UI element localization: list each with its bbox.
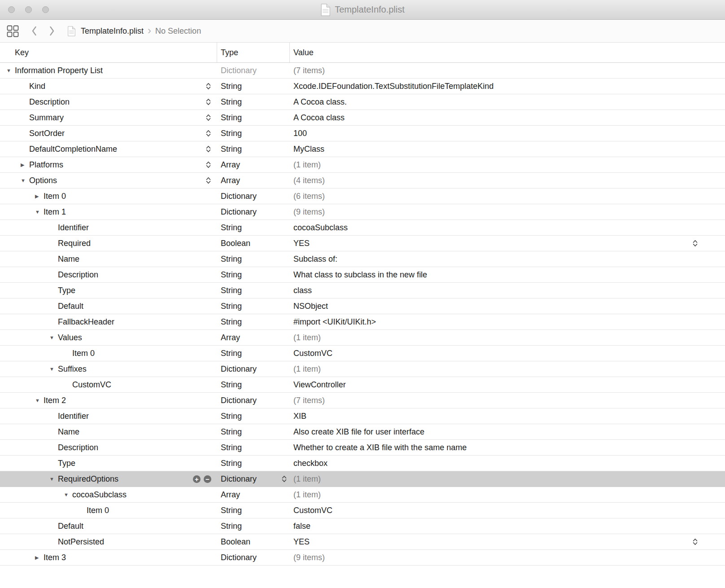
value-cell[interactable]: NSObject bbox=[290, 298, 725, 314]
key-cell[interactable]: ▼ RequiredOptions +− bbox=[0, 471, 217, 487]
plist-row[interactable]: Item 0 String CustomVC bbox=[0, 503, 725, 518]
value-cell[interactable]: (1 item) bbox=[290, 157, 725, 172]
value-cell[interactable]: (7 items) bbox=[290, 393, 725, 408]
type-cell[interactable]: String bbox=[217, 110, 290, 125]
key-cell[interactable]: ▼ cocoaSubclass bbox=[0, 487, 217, 502]
type-cell[interactable]: String bbox=[217, 251, 290, 267]
breadcrumb-selection[interactable]: No Selection bbox=[155, 26, 201, 36]
value-cell[interactable]: YES bbox=[290, 236, 725, 251]
value-cell[interactable]: What class to subclass in the new file bbox=[290, 267, 725, 282]
key-cell[interactable]: Default bbox=[0, 518, 217, 534]
type-cell[interactable]: Array bbox=[217, 487, 290, 502]
type-cell[interactable]: Array bbox=[217, 173, 290, 188]
plist-row[interactable]: Item 0 String CustomVC bbox=[0, 346, 725, 361]
back-icon[interactable] bbox=[31, 26, 37, 36]
key-cell[interactable]: DefaultCompletionName bbox=[0, 141, 217, 157]
plist-row[interactable]: FallbackHeader String #import <UIKit/UIK… bbox=[0, 314, 725, 330]
disclosure-triangle-icon[interactable]: ▶ bbox=[35, 555, 44, 561]
key-cell[interactable]: Name bbox=[0, 424, 217, 439]
plist-row[interactable]: ▼ Suffixes Dictionary (1 item) bbox=[0, 361, 725, 377]
key-cell[interactable]: FallbackHeader bbox=[0, 314, 217, 329]
key-stepper[interactable] bbox=[205, 129, 211, 138]
plist-row[interactable]: ▶ Platforms Array (1 item) bbox=[0, 157, 725, 173]
plist-row[interactable]: SortOrder String 100 bbox=[0, 126, 725, 141]
zoom-button[interactable] bbox=[42, 6, 49, 13]
value-stepper[interactable] bbox=[692, 239, 698, 248]
type-cell[interactable]: String bbox=[217, 79, 290, 94]
type-cell[interactable]: String bbox=[217, 267, 290, 282]
disclosure-triangle-icon[interactable]: ▼ bbox=[49, 476, 58, 482]
type-cell[interactable]: Dictionary bbox=[217, 189, 290, 204]
type-cell[interactable]: Array bbox=[217, 330, 290, 345]
type-cell[interactable]: String bbox=[217, 314, 290, 329]
key-stepper[interactable] bbox=[205, 176, 211, 185]
type-cell[interactable]: String bbox=[217, 298, 290, 314]
disclosure-triangle-icon[interactable]: ▼ bbox=[49, 366, 58, 372]
value-cell[interactable]: (1 item) bbox=[290, 330, 725, 345]
type-cell[interactable]: String bbox=[217, 503, 290, 518]
minimize-button[interactable] bbox=[25, 6, 32, 13]
value-cell[interactable]: class bbox=[290, 283, 725, 298]
plist-row[interactable]: ▼ Information Property List Dictionary (… bbox=[0, 63, 725, 79]
key-stepper[interactable] bbox=[205, 145, 211, 154]
column-header-value[interactable]: Value bbox=[290, 48, 725, 57]
type-cell[interactable]: String bbox=[217, 94, 290, 110]
value-stepper[interactable] bbox=[692, 537, 698, 546]
key-cell[interactable]: Description bbox=[0, 267, 217, 282]
value-cell[interactable]: Subclass of: bbox=[290, 251, 725, 267]
disclosure-triangle-icon[interactable]: ▶ bbox=[21, 162, 29, 168]
plist-row[interactable]: ▶ Item 3 Dictionary (9 items) bbox=[0, 550, 725, 566]
close-button[interactable] bbox=[8, 6, 15, 13]
disclosure-triangle-icon[interactable]: ▼ bbox=[49, 335, 58, 340]
key-cell[interactable]: Type bbox=[0, 283, 217, 298]
key-cell[interactable]: Kind bbox=[0, 79, 217, 94]
plist-row[interactable]: DefaultCompletionName String MyClass bbox=[0, 141, 725, 157]
type-cell[interactable]: String bbox=[217, 220, 290, 235]
value-cell[interactable]: cocoaSubclass bbox=[290, 220, 725, 235]
plist-row[interactable]: ▼ Options Array (4 items) bbox=[0, 173, 725, 189]
value-cell[interactable]: ViewController bbox=[290, 377, 725, 392]
value-cell[interactable]: #import <UIKit/UIKit.h> bbox=[290, 314, 725, 329]
value-cell[interactable]: (4 items) bbox=[290, 173, 725, 188]
type-cell[interactable]: Dictionary bbox=[217, 63, 290, 78]
type-cell[interactable]: Dictionary bbox=[217, 204, 290, 219]
key-stepper[interactable] bbox=[205, 97, 211, 106]
value-cell[interactable]: (1 item) bbox=[290, 361, 725, 377]
type-cell[interactable]: String bbox=[217, 424, 290, 439]
value-cell[interactable]: (1 item) bbox=[290, 471, 725, 487]
plist-row[interactable]: Type String class bbox=[0, 283, 725, 298]
plist-row[interactable]: Name String Subclass of: bbox=[0, 251, 725, 267]
value-cell[interactable]: (6 items) bbox=[290, 189, 725, 204]
key-cell[interactable]: Type bbox=[0, 456, 217, 471]
plist-row[interactable]: Summary String A Cocoa class bbox=[0, 110, 725, 126]
plist-row[interactable]: Name String Also create XIB file for use… bbox=[0, 424, 725, 440]
value-cell[interactable]: XIB bbox=[290, 408, 725, 424]
key-cell[interactable]: Required bbox=[0, 236, 217, 251]
value-cell[interactable]: CustomVC bbox=[290, 346, 725, 361]
plist-row[interactable]: Kind String Xcode.IDEFoundation.TextSubs… bbox=[0, 79, 725, 94]
key-stepper[interactable] bbox=[205, 113, 211, 122]
plist-row[interactable]: ▼ cocoaSubclass Array (1 item) bbox=[0, 487, 725, 503]
type-cell[interactable]: Dictionary bbox=[217, 393, 290, 408]
type-cell[interactable]: String bbox=[217, 141, 290, 157]
type-cell[interactable]: String bbox=[217, 518, 290, 534]
type-cell[interactable]: String bbox=[217, 456, 290, 471]
type-cell[interactable]: String bbox=[217, 377, 290, 392]
value-cell[interactable]: A Cocoa class. bbox=[290, 94, 725, 110]
key-stepper[interactable] bbox=[205, 82, 211, 91]
key-stepper[interactable] bbox=[205, 160, 211, 169]
value-cell[interactable]: (9 items) bbox=[290, 550, 725, 565]
value-cell[interactable]: A Cocoa class bbox=[290, 110, 725, 125]
column-header-key[interactable]: Key bbox=[0, 48, 217, 57]
key-cell[interactable]: CustomVC bbox=[0, 377, 217, 392]
type-stepper[interactable] bbox=[281, 474, 287, 483]
value-cell[interactable]: YES bbox=[290, 534, 725, 549]
type-cell[interactable]: Dictionary bbox=[217, 361, 290, 377]
key-cell[interactable]: Summary bbox=[0, 110, 217, 125]
value-cell[interactable]: MyClass bbox=[290, 141, 725, 157]
key-cell[interactable]: Default bbox=[0, 298, 217, 314]
column-header-type[interactable]: Type bbox=[217, 48, 290, 57]
disclosure-triangle-icon[interactable]: ▼ bbox=[35, 209, 44, 215]
type-cell[interactable]: Boolean bbox=[217, 236, 290, 251]
type-cell[interactable]: String bbox=[217, 408, 290, 424]
